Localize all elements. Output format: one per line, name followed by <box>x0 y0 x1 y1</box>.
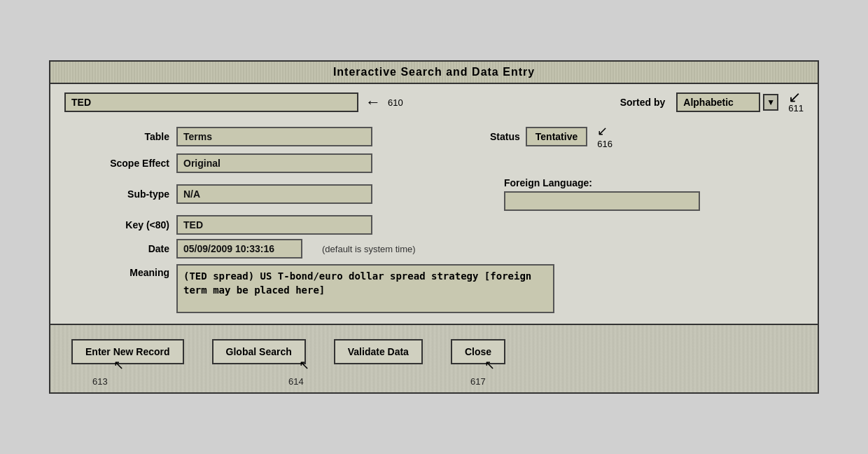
status-row: Status Tentative ↙ 616 <box>490 123 804 149</box>
app-window: Interactive Search and Data Entry ← 610 … <box>49 60 819 394</box>
content-area: ← 610 Sorted by ▼ ↙ 611 Table Status Ten <box>50 84 818 326</box>
sort-select-input[interactable] <box>676 92 760 112</box>
foreign-language-label: Foreign Language: <box>504 177 804 188</box>
key-input-wrapper <box>176 215 490 235</box>
arrow-to-search-icon: ← <box>365 93 381 111</box>
table-input-wrapper <box>176 127 490 146</box>
date-note: (default is system time) <box>322 244 416 254</box>
label-616-group: ↙ 616 <box>597 123 612 149</box>
sorted-by-label: Sorted by <box>620 97 666 108</box>
label-614: 614 <box>288 376 304 387</box>
close-button[interactable]: Close <box>451 339 505 364</box>
scope-effect-input[interactable] <box>176 153 372 173</box>
validate-data-button[interactable]: Validate Data <box>334 339 423 364</box>
global-search-button[interactable]: Global Search <box>212 339 306 364</box>
arrow-to-status-icon: ↙ <box>597 123 612 139</box>
subtype-label: Sub-type <box>64 188 176 200</box>
top-row: ← 610 Sorted by ▼ ↙ 611 <box>64 91 804 114</box>
arrow-613-icon: ↖ <box>113 357 124 373</box>
scope-effect-label: Scope Effect <box>64 158 176 169</box>
label-610: 610 <box>388 97 403 108</box>
status-value: Tentative <box>526 127 587 146</box>
label-611-group: ↙ 611 <box>788 91 804 114</box>
sort-select-group: ▼ <box>676 92 778 112</box>
app-title: Interactive Search and Data Entry <box>333 66 535 78</box>
status-label: Status <box>490 131 520 142</box>
table-label: Table <box>64 131 176 142</box>
label-611: 611 <box>788 103 804 114</box>
title-bar: Interactive Search and Data Entry <box>50 62 818 84</box>
label-616: 616 <box>597 139 612 149</box>
meaning-label: Meaning <box>64 264 176 278</box>
bottom-bar: Enter New Record Global Search Validate … <box>50 325 818 392</box>
arrow-614-icon: ↖ <box>299 357 309 373</box>
foreign-language-section: Foreign Language: <box>490 177 804 211</box>
date-input[interactable] <box>176 239 302 259</box>
subtype-input[interactable] <box>176 184 372 204</box>
meaning-row: Meaning <box>64 264 804 313</box>
foreign-language-input[interactable] <box>504 191 700 211</box>
action-buttons: Enter New Record Global Search Validate … <box>71 339 505 364</box>
meaning-input[interactable] <box>176 264 554 313</box>
label-617: 617 <box>470 376 486 387</box>
table-input[interactable] <box>176 127 372 146</box>
date-row: (default is system time) <box>176 239 490 259</box>
key-label: Key (<80) <box>64 219 176 231</box>
scope-effect-input-wrapper <box>176 153 490 173</box>
date-label: Date <box>64 243 176 254</box>
dropdown-arrow-icon[interactable]: ▼ <box>763 94 778 111</box>
form-grid: Table Status Tentative ↙ 616 Scope Effec… <box>64 123 804 259</box>
arrow-to-dropdown-icon: ↙ <box>788 91 801 104</box>
enter-new-record-button[interactable]: Enter New Record <box>71 339 184 364</box>
key-input[interactable] <box>176 215 372 235</box>
subtype-input-wrapper <box>176 184 490 204</box>
arrow-617-icon: ↖ <box>484 357 495 373</box>
search-input[interactable] <box>64 92 358 112</box>
label-613: 613 <box>92 376 108 387</box>
